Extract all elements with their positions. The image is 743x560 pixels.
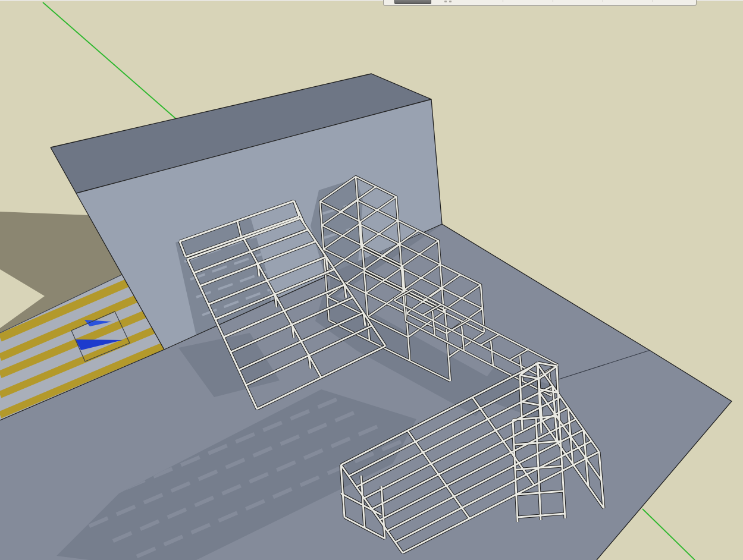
toolbar-separator [653,0,653,2]
model-viewport[interactable] [0,0,743,560]
toolbar-fragment[interactable] [383,0,697,6]
scene-canvas[interactable] [0,0,743,560]
toolbar-separator [603,0,603,2]
toolbar-mark-icon [449,1,452,2]
toolbar-separator [503,0,503,2]
toolbar-mark-icon [444,1,447,2]
toolbar-separator [553,0,553,2]
toolbar-button[interactable] [394,0,431,4]
